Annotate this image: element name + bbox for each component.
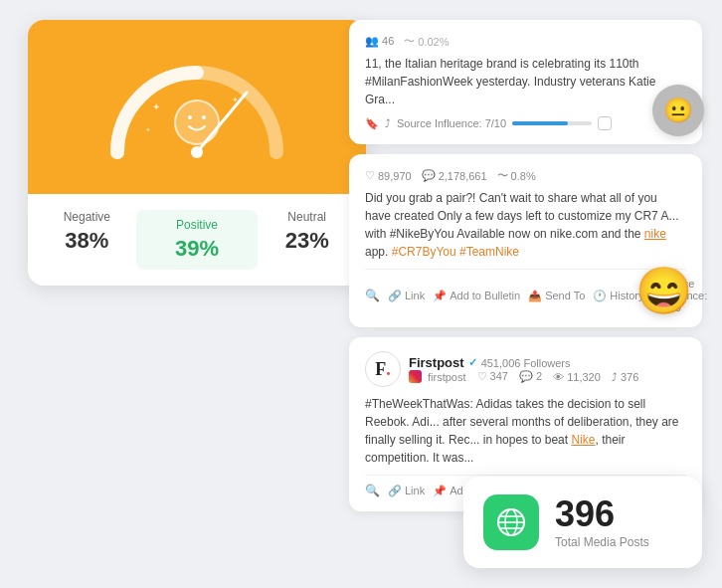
- gauge-card: ✦ ✦ ✦ Negative 38% Positive 39% Neutral …: [28, 20, 366, 286]
- comment-icon: 💬: [422, 169, 436, 182]
- nike-link2[interactable]: Nike: [571, 433, 595, 447]
- svg-point-4: [202, 115, 206, 119]
- link-btn2[interactable]: 🔗 Link: [388, 485, 425, 497]
- svg-text:✦: ✦: [145, 126, 151, 133]
- add-bulletin-btn[interactable]: 📌 Add to Bulletin: [433, 290, 520, 302]
- stats-card: 396 Total Media Posts: [463, 477, 702, 568]
- svg-point-2: [175, 100, 219, 144]
- card3-header: F. Firstpost ✓ 451,006 Followers firstpo…: [365, 351, 686, 387]
- card2-comments: 💬 2,178,661: [422, 168, 487, 183]
- card3-followers: 451,006 Followers: [481, 357, 571, 369]
- main-container: ✦ ✦ ✦ Negative 38% Positive 39% Neutral …: [0, 0, 722, 588]
- heart-icon: ♡: [365, 169, 375, 182]
- gauge-positive: Positive 39%: [136, 210, 259, 270]
- hashtag2: #TeamNike: [459, 245, 519, 259]
- link-icon2: 🔗: [388, 485, 402, 497]
- gauge-header: ✦ ✦ ✦: [28, 20, 366, 194]
- share-icon: ⤴: [385, 117, 391, 129]
- svg-text:✦: ✦: [232, 96, 239, 104]
- bulletin-icon2: 📌: [433, 485, 447, 497]
- gauge-footer: Negative 38% Positive 39% Neutral 23%: [28, 194, 366, 286]
- stats-label: Total Media Posts: [555, 535, 649, 549]
- search-icon2: 🔍: [365, 484, 380, 497]
- bookmark-icon: 🔖: [365, 117, 379, 130]
- nike-link[interactable]: nike: [644, 227, 666, 241]
- influence-checkbox[interactable]: [598, 116, 612, 130]
- globe-icon: [495, 506, 527, 538]
- card3-text: #TheWeekThatWas: Adidas takes the decisi…: [365, 395, 686, 467]
- feed-card-1: 👥 46 〜 0.02% 11, the Italian heritage br…: [349, 20, 702, 144]
- card3-views: 👁 11,320: [553, 371, 601, 383]
- instagram-icon: [409, 370, 422, 383]
- card1-rate: 〜 0.02%: [404, 34, 449, 49]
- sparkline-icon: 〜: [404, 34, 415, 49]
- card2-text: Did you grab a pair?! Can't wait to shar…: [365, 189, 686, 261]
- gauge-negative: Negative 38%: [38, 210, 136, 270]
- positive-label: Positive: [148, 218, 247, 232]
- stats-info: 396 Total Media Posts: [555, 496, 649, 549]
- svg-text:✦: ✦: [152, 101, 160, 112]
- link-btn[interactable]: 🔗 Link: [388, 290, 425, 302]
- send-to-btn[interactable]: 📤 Send To: [528, 290, 585, 302]
- card2-metrics: ♡ 89,970 💬 2,178,661 〜 0.8%: [365, 168, 686, 183]
- influence-bar-bg: [512, 121, 592, 125]
- happy-emoji: 😄: [635, 264, 692, 317]
- neutral-label: Neutral: [258, 210, 356, 224]
- card3-shares: ⤴ 376: [612, 371, 638, 383]
- card2-rate: 〜 0.8%: [497, 168, 536, 183]
- card3-likes: ♡ 347: [477, 370, 508, 383]
- bulletin-icon: 📌: [433, 290, 447, 302]
- stats-number: 396: [555, 496, 649, 532]
- firstpost-avatar: F.: [365, 351, 401, 387]
- card3-comments: 💬 2: [519, 370, 542, 383]
- card1-text: 11, the Italian heritage brand is celebr…: [365, 55, 686, 108]
- search-icon: 🔍: [365, 289, 380, 302]
- negative-value: 38%: [38, 228, 136, 254]
- negative-label: Negative: [38, 210, 136, 224]
- sparkline-icon2: 〜: [497, 168, 508, 183]
- influence-label: Source Influence: 7/10: [397, 117, 506, 129]
- link-icon: 🔗: [388, 290, 402, 302]
- svg-point-1: [191, 146, 203, 158]
- gauge-neutral: Neutral 23%: [258, 210, 356, 270]
- hashtag1: #CR7ByYou: [392, 245, 456, 259]
- send-icon: 📤: [528, 290, 542, 302]
- card2-likes: ♡ 89,970: [365, 168, 412, 183]
- card3-username: Firstpost ✓ 451,006 Followers: [409, 355, 686, 370]
- stats-icon-container: [483, 494, 539, 550]
- neutral-value: 23%: [258, 228, 356, 254]
- verified-icon: ✓: [468, 356, 477, 369]
- card1-influence: 🔖 ⤴ Source Influence: 7/10: [365, 116, 686, 130]
- fp-dot: .: [386, 359, 391, 380]
- influence-bar-fill: [512, 121, 568, 125]
- followers-icon: 👥: [365, 35, 379, 47]
- card1-followers: 👥 46: [365, 35, 394, 48]
- card3-user-info: Firstpost ✓ 451,006 Followers firstpost …: [409, 355, 686, 383]
- card1-top: 👥 46 〜 0.02%: [365, 34, 686, 49]
- card3-social: firstpost ♡ 347 💬 2 👁 11,320 ⤴ 376: [409, 370, 686, 383]
- positive-value: 39%: [148, 236, 247, 262]
- history-icon: 🕐: [593, 290, 607, 302]
- neutral-emoji: 😐: [652, 85, 704, 136]
- svg-point-3: [188, 115, 192, 119]
